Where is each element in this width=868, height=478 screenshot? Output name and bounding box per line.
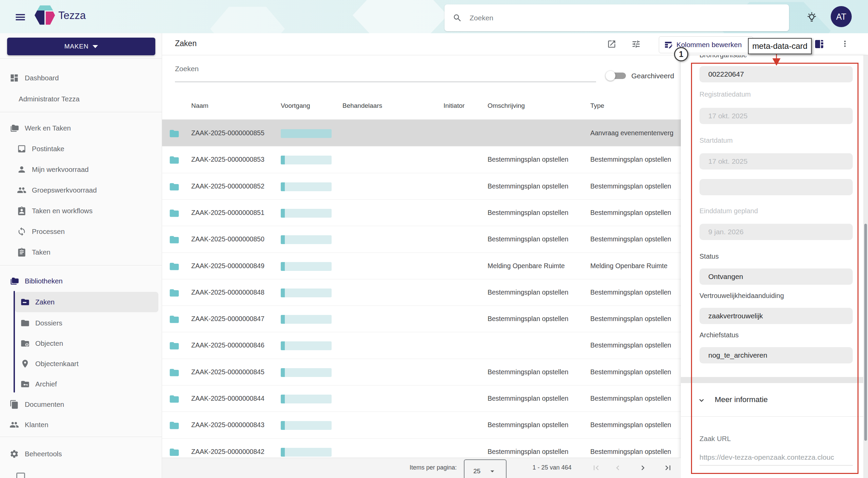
sync-icon — [17, 227, 26, 236]
field-value-empty[interactable] — [699, 179, 853, 195]
field-value-bronorganisatie[interactable]: 002220647 — [699, 66, 853, 82]
sidebar-item-label: Klanten — [25, 421, 48, 429]
case-name[interactable]: ZAAK-2025-0000000855 — [191, 129, 264, 137]
table-row[interactable]: ZAAK-2025-0000000852Bestemmingsplan opst… — [162, 173, 681, 200]
table-row[interactable]: ZAAK-2025-0000000843Bestemmingsplan opst… — [162, 412, 681, 438]
list-search-input[interactable]: Zoeken — [175, 65, 199, 73]
case-name[interactable]: ZAAK-2025-0000000844 — [191, 395, 264, 402]
folders-icon — [9, 123, 19, 133]
case-type: Aanvraag evenementenverg — [590, 129, 681, 137]
column-header-initiator[interactable]: Initiator — [443, 102, 465, 109]
sidebar-item-postintake[interactable]: Postintake — [0, 138, 162, 159]
more-vert-icon[interactable] — [840, 39, 850, 48]
view-sidebar-icon[interactable] — [814, 39, 825, 49]
table-row[interactable]: ZAAK-2025-0000000846Bestemmingsplan opst… — [162, 332, 681, 359]
sidebar-item-dossiers[interactable]: Dossiers — [0, 313, 162, 333]
sidebar-item-taken[interactable]: Taken — [0, 242, 162, 262]
field-value-startdatum[interactable]: 17 okt. 2025 — [699, 153, 853, 170]
place-icon — [20, 359, 30, 369]
last-page-icon[interactable] — [663, 463, 673, 473]
previous-page-icon[interactable] — [613, 463, 623, 473]
tezza-logo — [35, 5, 56, 25]
folder-icon — [169, 234, 180, 245]
open-in-new-icon[interactable] — [607, 39, 616, 49]
progress-bar — [281, 209, 332, 218]
folder-icon — [169, 340, 180, 351]
case-name[interactable]: ZAAK-2025-0000000851 — [191, 209, 264, 217]
first-page-icon[interactable] — [591, 463, 601, 473]
case-description: Bestemmingsplan opstellen — [488, 156, 588, 163]
global-search-input[interactable] — [469, 14, 789, 22]
column-header-omschrijving[interactable]: Omschrijving — [488, 102, 525, 109]
table-row[interactable]: ZAAK-2025-0000000851Bestemmingsplan opst… — [162, 199, 681, 226]
scrollbar-thumb[interactable] — [864, 224, 867, 441]
edit-columns-button[interactable]: Kolommen bewerken — [659, 36, 753, 53]
sidebar-item-klanten[interactable]: Klanten — [0, 415, 162, 435]
column-header-voortgang[interactable]: Voortgang — [281, 102, 310, 109]
sidebar-item-archief[interactable]: Archief — [0, 374, 162, 394]
table-row[interactable]: ZAAK-2025-0000000845Bestemmingsplan opst… — [162, 359, 681, 385]
field-value-einddatum-gepland[interactable]: 9 jan. 2026 — [699, 224, 853, 240]
sidebar-item-label: Objectenkaart — [35, 360, 79, 368]
zaak-url-value[interactable]: https://dev-tezza-openzaak.contezza.clou… — [699, 453, 853, 461]
sidebar-item-werk-en-taken[interactable]: Werk en Taken — [0, 118, 162, 138]
field-label-bronorganisatie: Bronorganisatie — [699, 55, 747, 60]
field-value-vertrouwelijkheidaanduiding[interactable]: zaakvertrouwelijk — [699, 308, 853, 324]
case-name[interactable]: ZAAK-2025-0000000853 — [191, 156, 264, 163]
table-row[interactable]: ZAAK-2025-0000000855Aanvraag evenementen… — [162, 120, 681, 146]
more-info-header[interactable]: Meer informatie — [715, 395, 768, 404]
sidebar: MAKEN DashboardAdministrator Tezza Werk … — [0, 33, 162, 478]
pagination-range: 1 - 25 van 464 — [518, 464, 586, 471]
sidebar-section-dashboard: DashboardAdministrator Tezza — [0, 58, 162, 109]
folder-icon — [20, 318, 30, 328]
sidebar-item-dashboard[interactable]: Dashboard — [0, 67, 162, 88]
field-value-archiefstatus[interactable]: nog_te_archiveren — [699, 347, 853, 363]
table-row[interactable]: ZAAK-2025-0000000850Bestemmingsplan opst… — [162, 226, 681, 253]
case-name[interactable]: ZAAK-2025-0000000847 — [191, 315, 264, 323]
table-row[interactable]: ZAAK-2025-0000000848Bestemmingsplan opst… — [162, 279, 681, 306]
menu-icon[interactable] — [14, 11, 26, 23]
case-name[interactable]: ZAAK-2025-0000000850 — [191, 235, 264, 243]
archived-toggle[interactable] — [606, 70, 627, 82]
table-row[interactable]: ZAAK-2025-0000000853Bestemmingsplan opst… — [162, 146, 681, 173]
sidebar-item-processen[interactable]: Processen — [0, 221, 162, 242]
field-value-status[interactable]: Ontvangen — [699, 268, 853, 285]
create-button[interactable]: MAKEN — [7, 38, 155, 55]
case-name[interactable]: ZAAK-2025-0000000848 — [191, 288, 264, 296]
sidebar-item-zaken[interactable]: Zaken — [15, 292, 158, 312]
folder-icon — [169, 367, 180, 378]
field-label-status: Status — [699, 253, 719, 261]
next-page-icon[interactable] — [638, 463, 648, 473]
chevron-down-icon[interactable] — [697, 396, 706, 405]
column-header-type[interactable]: Type — [590, 102, 604, 109]
field-value-registratiedatum[interactable]: 17 okt. 2025 — [699, 108, 853, 124]
case-name[interactable]: ZAAK-2025-0000000843 — [191, 421, 264, 429]
table-row[interactable]: ZAAK-2025-0000000844Bestemmingsplan opst… — [162, 385, 681, 412]
filter-tune-icon[interactable] — [631, 39, 641, 49]
sidebar-item-taken-en-workflows[interactable]: Taken en workflows — [0, 200, 162, 221]
sidebar-item-objectenkaart[interactable]: Objectenkaart — [0, 354, 162, 374]
sidebar-item-documenten[interactable]: Documenten — [0, 394, 162, 415]
case-name[interactable]: ZAAK-2025-0000000845 — [191, 368, 264, 376]
global-search[interactable] — [445, 4, 789, 31]
case-name[interactable]: ZAAK-2025-0000000849 — [191, 262, 264, 270]
scrollbar[interactable] — [863, 55, 868, 478]
case-name[interactable]: ZAAK-2025-0000000852 — [191, 182, 264, 190]
case-description: Bestemmingsplan opstellen — [488, 235, 588, 243]
table-row[interactable]: ZAAK-2025-0000000847Bestemmingsplan opst… — [162, 305, 681, 332]
sidebar-item-groepswerkvoorraad[interactable]: Groepswerkvoorraad — [0, 180, 162, 200]
progress-fill — [281, 129, 332, 138]
table-row[interactable]: ZAAK-2025-0000000849Melding Openbare Rui… — [162, 253, 681, 279]
column-header-behandelaars[interactable]: Behandelaars — [342, 102, 382, 109]
page-size-select[interactable]: 25 — [464, 459, 507, 478]
sidebar-item-objecten[interactable]: Objecten — [0, 333, 162, 354]
sidebar-item-beheertools[interactable]: Beheertools — [0, 444, 162, 464]
avatar[interactable]: AT — [831, 6, 852, 27]
sidebar-item-bibliotheken[interactable]: Bibliotheken — [0, 271, 162, 291]
lightbulb-icon[interactable] — [806, 11, 817, 23]
case-name[interactable]: ZAAK-2025-0000000842 — [191, 448, 264, 456]
case-name[interactable]: ZAAK-2025-0000000846 — [191, 341, 264, 349]
sidebar-item-mijn-werkvoorraad[interactable]: Mijn werkvoorraad — [0, 159, 162, 180]
divider — [681, 416, 863, 417]
column-header-naam[interactable]: Naam — [191, 102, 209, 109]
